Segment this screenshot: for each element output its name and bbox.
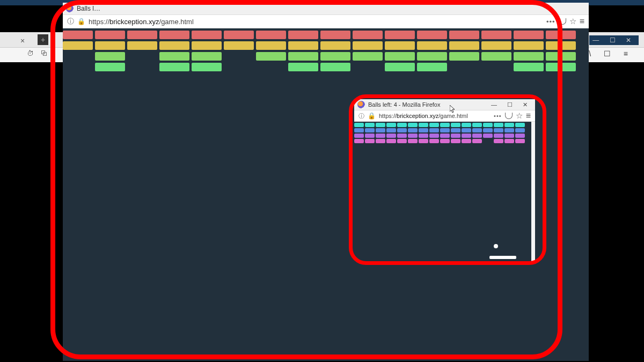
brick [159, 41, 189, 50]
background-new-tab[interactable]: + [38, 34, 48, 45]
brick [385, 41, 415, 50]
brick [320, 41, 350, 50]
brick [127, 41, 157, 50]
url-scheme: https:// [379, 113, 397, 119]
brick [449, 31, 479, 39]
brick [376, 134, 385, 138]
background-toolbar-icons[interactable]: ⏱ ⧉ [27, 49, 49, 57]
inner-titlebar[interactable]: Balls left: 4 - Mozilla Firefox — ☐ ✕ [354, 99, 535, 110]
brick [224, 31, 254, 39]
brick-row [354, 123, 526, 127]
outer-url[interactable]: https://brickception.xyz/game.html [89, 18, 543, 26]
brick [472, 123, 482, 127]
brick [483, 123, 493, 127]
brick [417, 52, 447, 61]
outer-window-title: Balls l… [77, 5, 100, 12]
brick [494, 128, 503, 132]
brick [417, 41, 447, 50]
inner-window-title: Balls left: 4 - Mozilla Firefox [368, 101, 440, 108]
bookmark-star-icon[interactable]: ☆ [569, 17, 576, 26]
inner-window-controls[interactable]: — ☐ ✕ [489, 101, 532, 108]
brick [376, 139, 385, 143]
brick [481, 52, 511, 61]
brick [472, 128, 482, 132]
info-icon[interactable]: ⓘ [67, 17, 74, 26]
brick [408, 128, 418, 132]
brick [192, 52, 222, 61]
brick [192, 63, 222, 71]
brick [397, 123, 407, 127]
brick [417, 63, 447, 71]
brick [376, 123, 385, 127]
bookmark-star-icon[interactable]: ☆ [516, 111, 523, 121]
lock-icon: 🔒 [77, 18, 85, 25]
brick [192, 31, 222, 39]
inner-address-bar[interactable]: ⓘ 🔒 https://brickception.xyz/game.html •… [354, 110, 535, 122]
brick [451, 128, 460, 132]
brick [515, 134, 525, 138]
brick [288, 41, 318, 50]
close-icon[interactable]: ✕ [521, 101, 532, 108]
page-actions-icon[interactable]: ••• [494, 113, 502, 119]
maximize-icon[interactable]: ☐ [505, 101, 517, 108]
pocket-icon[interactable] [505, 113, 513, 119]
brick [494, 123, 503, 127]
hamburger-menu-icon[interactable]: ≡ [580, 17, 584, 26]
brick [483, 134, 493, 138]
brick [386, 123, 396, 127]
brick [365, 128, 375, 132]
brick [365, 134, 375, 138]
brick [419, 123, 428, 127]
brick [354, 134, 364, 138]
inner-game-canvas[interactable] [354, 122, 531, 261]
brick [353, 41, 383, 50]
background-window-controls[interactable]: — ☐ ✕ [589, 35, 639, 45]
brick [481, 31, 511, 39]
hamburger-menu-icon[interactable]: ≡ [526, 111, 531, 121]
url-path: /game.html [438, 113, 467, 119]
brick [385, 31, 415, 39]
brick [159, 63, 189, 71]
brick [320, 52, 350, 61]
firefox-favicon-icon [357, 101, 365, 108]
brick [429, 139, 439, 143]
inner-ball [494, 244, 498, 248]
pocket-icon[interactable] [559, 18, 566, 25]
brick [449, 52, 479, 61]
brick [417, 31, 447, 39]
background-tab-close[interactable]: × [20, 36, 25, 45]
brick [159, 52, 189, 61]
brick [256, 31, 286, 39]
brick [224, 41, 254, 50]
brick [494, 139, 503, 143]
inner-browser-window[interactable]: Balls left: 4 - Mozilla Firefox — ☐ ✕ ⓘ … [354, 99, 535, 261]
brick [365, 139, 375, 143]
brick [95, 52, 125, 61]
brick-row [354, 139, 526, 143]
brick [451, 134, 460, 138]
brick [63, 31, 93, 39]
outer-address-bar[interactable]: ⓘ 🔒 https://brickception.xyz/game.html •… [63, 14, 589, 28]
brick [462, 139, 471, 143]
brick-row [63, 63, 578, 71]
brick-row [63, 41, 578, 50]
brick [320, 31, 350, 39]
brick [385, 52, 415, 61]
inner-paddle[interactable] [489, 256, 516, 259]
outer-titlebar[interactable]: Balls l… [63, 3, 589, 14]
minimize-icon[interactable]: — [489, 101, 501, 108]
brick [365, 123, 375, 127]
brick [192, 41, 222, 50]
brick [63, 41, 93, 50]
brick [481, 41, 511, 50]
brick [440, 123, 450, 127]
inner-url[interactable]: https://brickception.xyz/game.html [379, 113, 491, 119]
brick [429, 128, 439, 132]
info-icon[interactable]: ⓘ [358, 112, 364, 120]
brick [320, 63, 350, 71]
firefox-favicon-icon [66, 5, 74, 12]
page-actions-icon[interactable]: ••• [546, 18, 555, 26]
brick [462, 128, 471, 132]
brick [419, 128, 428, 132]
brick [515, 139, 525, 143]
